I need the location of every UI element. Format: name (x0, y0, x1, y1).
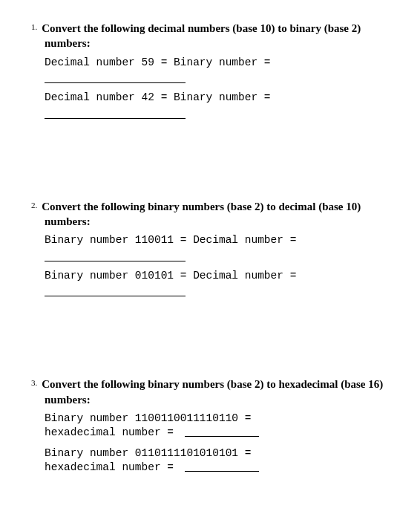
question-title: Convert the following binary numbers (ba… (42, 378, 383, 405)
answer-blank (185, 471, 259, 472)
problem-entry: Decimal number 59 = Binary number = (45, 56, 387, 84)
problem-entry: Decimal number 42 = Binary number = (45, 91, 387, 119)
question-title: Convert the following binary numbers (ba… (42, 201, 361, 227)
problem-entry: Binary number 010101 = Decimal number = (45, 269, 387, 297)
answer-blank (45, 108, 186, 119)
question-2: 2. Convert the following binary numbers … (45, 199, 387, 297)
problem-entry: Binary number 0110111101010101 = hexadec… (45, 446, 387, 475)
question-title: Convert the following decimal numbers (b… (42, 22, 361, 49)
question-3: 3. Convert the following binary numbers … (45, 377, 387, 475)
question-number: 1. (31, 22, 37, 31)
answer-blank (185, 436, 259, 437)
question-number: 2. (31, 201, 37, 209)
question-number: 3. (31, 378, 37, 387)
answer-blank (45, 286, 186, 296)
problem-text: Binary number 010101 = Decimal number = (45, 269, 387, 284)
question-heading: 3. Convert the following binary numbers … (45, 377, 387, 407)
question-1: 1. Convert the following decimal numbers… (45, 21, 387, 119)
hex-label: hexadecimal number = (45, 461, 180, 473)
problem-text: Decimal number 42 = Binary number = (45, 91, 387, 105)
problem-text-line2: hexadecimal number = (45, 461, 387, 475)
question-heading: 1. Convert the following decimal numbers… (45, 21, 387, 51)
answer-blank (45, 251, 186, 261)
problem-entry: Binary number 1100110011110110 = hexadec… (45, 412, 387, 441)
problem-text: Binary number 110011 = Decimal number = (45, 233, 387, 248)
answer-blank (45, 73, 186, 83)
hex-label: hexadecimal number = (45, 426, 180, 438)
question-heading: 2. Convert the following binary numbers … (45, 199, 387, 230)
problem-text-line1: Binary number 0110111101010101 = (45, 446, 387, 461)
problem-text-line2: hexadecimal number = (45, 426, 387, 441)
problem-text-line1: Binary number 1100110011110110 = (45, 412, 387, 426)
problem-entry: Binary number 110011 = Decimal number = (45, 233, 387, 261)
problem-text: Decimal number 59 = Binary number = (45, 56, 387, 71)
